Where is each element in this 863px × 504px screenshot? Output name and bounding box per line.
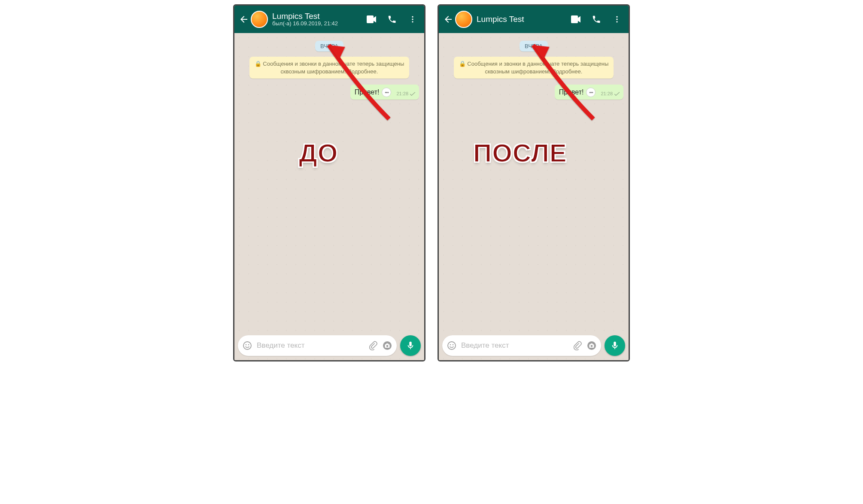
overlay-label-after: ПОСЛЕ xyxy=(473,138,567,168)
svg-rect-21 xyxy=(591,343,593,345)
contact-avatar[interactable] xyxy=(251,11,268,28)
svg-point-11 xyxy=(616,16,617,18)
sent-tick-icon xyxy=(614,92,620,96)
message-text: Привет! xyxy=(559,88,584,96)
speech-bubble-emoji: ••• xyxy=(586,88,596,97)
message-input[interactable]: Введите текст xyxy=(442,335,601,356)
encryption-notice[interactable]: 🔒 Сообщения и звонки в данном чате тепер… xyxy=(454,57,613,79)
chat-header: Lumpics Test был(-а) 16.09.2019, 21:42 xyxy=(234,6,424,33)
encryption-notice[interactable]: 🔒 Сообщения и звонки в данном чате тепер… xyxy=(249,57,409,79)
sent-tick-icon xyxy=(410,92,416,96)
contact-name: Lumpics Test xyxy=(477,15,570,24)
arrow-back-icon xyxy=(443,14,453,24)
phone-icon xyxy=(592,15,601,24)
camera-icon[interactable] xyxy=(586,340,597,351)
svg-point-1 xyxy=(412,18,413,20)
contact-avatar[interactable] xyxy=(455,11,472,28)
mic-send-button[interactable] xyxy=(605,335,625,356)
svg-point-13 xyxy=(616,21,617,22)
voice-call-button[interactable] xyxy=(386,14,398,25)
svg-point-16 xyxy=(450,344,451,346)
message-bubble-outgoing[interactable]: Привет! ••• 21:28 xyxy=(555,85,623,100)
back-button[interactable] xyxy=(238,13,250,25)
date-chip: ВЧЕРА xyxy=(520,41,548,52)
voice-call-button[interactable] xyxy=(591,14,602,25)
message-text: Привет! xyxy=(355,88,380,96)
phone-icon xyxy=(387,15,397,24)
message-input[interactable]: Введите текст xyxy=(238,335,397,356)
video-call-button[interactable] xyxy=(570,14,581,25)
screenshot-after: Lumpics Test ВЧЕРА 🔒 Сообщения и зв xyxy=(438,4,630,361)
emoji-icon[interactable] xyxy=(242,340,252,351)
contact-title-block[interactable]: Lumpics Test xyxy=(477,15,570,24)
more-vert-icon xyxy=(408,15,417,24)
message-row: Привет! ••• 21:28 xyxy=(444,85,623,100)
svg-rect-10 xyxy=(386,343,389,345)
video-camera-icon xyxy=(571,15,581,24)
chat-body[interactable]: ВЧЕРА 🔒 Сообщения и звонки в данном чате… xyxy=(439,33,629,360)
svg-point-12 xyxy=(616,18,617,20)
camera-icon[interactable] xyxy=(382,340,392,351)
contact-title-block[interactable]: Lumpics Test был(-а) 16.09.2019, 21:42 xyxy=(272,12,366,27)
input-bar: Введите текст xyxy=(238,335,421,356)
video-camera-icon xyxy=(366,15,377,24)
attach-icon[interactable] xyxy=(368,341,378,350)
lock-icon: 🔒 xyxy=(255,61,261,67)
svg-point-6 xyxy=(248,344,249,346)
more-vert-icon xyxy=(613,15,621,24)
message-time: 21:28 xyxy=(601,91,613,96)
attach-icon[interactable] xyxy=(573,341,582,350)
contact-name: Lumpics Test xyxy=(272,12,366,21)
svg-point-15 xyxy=(448,342,456,349)
date-chip: ВЧЕРА xyxy=(315,41,343,52)
svg-point-20 xyxy=(591,345,593,347)
mic-icon xyxy=(406,341,415,350)
svg-point-9 xyxy=(386,345,389,347)
input-placeholder: Введите текст xyxy=(257,341,364,350)
chat-body[interactable]: ВЧЕРА 🔒 Сообщения и звонки в данном чате… xyxy=(234,33,424,360)
overlay-label-before: ДО xyxy=(299,138,338,168)
message-row: Привет! ••• 21:28 xyxy=(240,85,419,100)
emoji-icon[interactable] xyxy=(447,340,457,351)
menu-button[interactable] xyxy=(407,14,418,25)
lock-icon: 🔒 xyxy=(459,61,466,67)
chat-background-pattern xyxy=(439,33,629,360)
mic-send-button[interactable] xyxy=(400,335,421,356)
mic-icon xyxy=(610,341,620,350)
input-bar: Введите текст xyxy=(442,335,625,356)
svg-point-4 xyxy=(243,342,251,349)
svg-point-17 xyxy=(453,344,454,346)
message-bubble-outgoing[interactable]: Привет! ••• 21:28 xyxy=(350,85,419,100)
last-seen-status: был(-а) 16.09.2019, 21:42 xyxy=(272,21,366,27)
svg-point-2 xyxy=(412,21,413,22)
chat-background-pattern xyxy=(234,33,424,360)
menu-button[interactable] xyxy=(611,14,623,25)
svg-point-0 xyxy=(412,16,413,18)
screenshot-before: Lumpics Test был(-а) 16.09.2019, 21:42 В… xyxy=(233,4,425,361)
message-time: 21:28 xyxy=(396,91,408,96)
input-placeholder: Введите текст xyxy=(461,341,568,350)
chat-header: Lumpics Test xyxy=(439,6,629,33)
svg-point-5 xyxy=(246,344,247,346)
arrow-back-icon xyxy=(239,14,249,24)
video-call-button[interactable] xyxy=(366,14,377,25)
back-button[interactable] xyxy=(442,13,454,25)
speech-bubble-emoji: ••• xyxy=(382,88,391,97)
